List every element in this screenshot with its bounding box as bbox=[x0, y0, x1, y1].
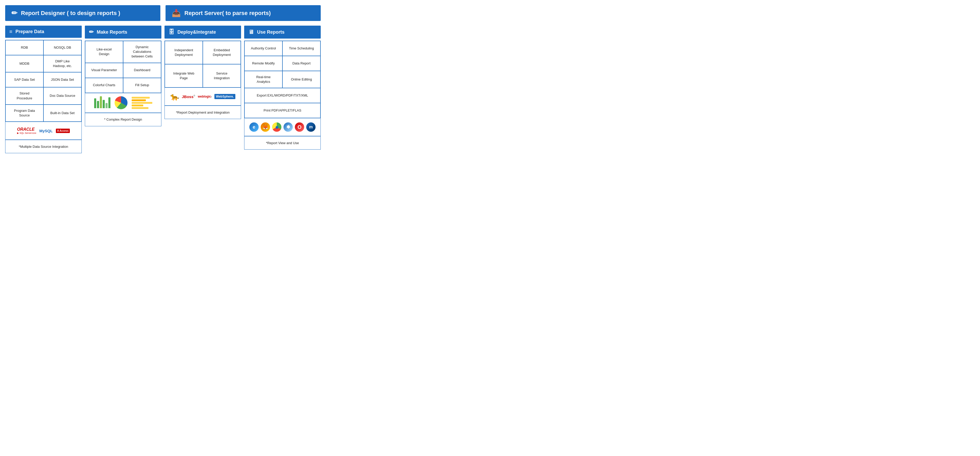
prepare-data-grid: RDB NOSQL DB MDDB DMP LikeHadoop, etc. S… bbox=[5, 40, 82, 122]
deploy-column: 🗄 Deploy&Integrate IndependentDeployment… bbox=[164, 26, 241, 153]
server-banner-label: Report Server( to parse reports) bbox=[185, 10, 271, 17]
feature-builtin: Built-in Data Set bbox=[43, 105, 81, 122]
feature-nosql: NOSQL DB bbox=[43, 40, 81, 55]
edit-icon: ✏ bbox=[89, 29, 94, 35]
browser-logos: e 🦊 ⬤ ✱ O m bbox=[244, 118, 321, 136]
access-logo: A Access bbox=[56, 129, 70, 133]
database-icon: 🗄 bbox=[169, 29, 174, 35]
feature-embedded: EmbeddedDeployment bbox=[203, 41, 241, 64]
use-reports-title: Use Reports bbox=[257, 30, 285, 35]
feature-dynamic-calc: DynamicCalculationsbetween Cells bbox=[123, 41, 161, 63]
deploy-header: 🗄 Deploy&Integrate bbox=[164, 26, 241, 38]
feature-doc-source: Doc Data Source bbox=[43, 87, 81, 104]
chrome-icon: ⬤ bbox=[272, 123, 282, 132]
pencil-icon: ✏ bbox=[11, 9, 18, 18]
feature-visual-param: Visual Parameter bbox=[85, 63, 123, 78]
monitor-icon: 🖥 bbox=[248, 29, 254, 35]
feature-integrate-web: Integrate WebPage bbox=[165, 64, 203, 88]
ie-icon: e bbox=[249, 123, 259, 132]
feature-print: Print PDF/APPLET/FLAS bbox=[244, 103, 320, 118]
feature-like-excel: Like-excelDesign bbox=[85, 41, 123, 63]
jboss-logo: JBoss® bbox=[182, 94, 195, 99]
feature-json: JSON Data Set bbox=[43, 72, 81, 87]
feature-data-report: Data Report bbox=[282, 56, 320, 71]
chart-preview-row bbox=[85, 93, 161, 113]
mysql-logo: MySQL bbox=[39, 129, 53, 133]
main-content: ≡ Prepare Data RDB NOSQL DB MDDB DMP Lik… bbox=[5, 26, 321, 153]
use-reports-grid: Authority Control Time Scheduling Remote… bbox=[244, 41, 321, 118]
use-reports-header: 🖥 Use Reports bbox=[244, 26, 321, 38]
feature-dmp: DMP LikeHadoop, etc. bbox=[43, 55, 81, 72]
use-reports-column: 🖥 Use Reports Authority Control Time Sch… bbox=[244, 26, 321, 153]
oracle-logo: ORACLE ▶ SQL Server2008 bbox=[17, 127, 36, 134]
feature-fill-setup: Fill Setup bbox=[123, 78, 161, 93]
leopard-icon: 🐆 bbox=[170, 92, 179, 101]
feature-dashboard: Dashboard bbox=[123, 63, 161, 78]
feature-sap: SAP Data Set bbox=[5, 72, 43, 87]
feature-export: Export EXL/WORD/PDF/TXT/XML bbox=[244, 88, 320, 103]
websphere-logo: WebSphere. bbox=[215, 94, 235, 99]
firefox-icon: 🦊 bbox=[261, 123, 270, 132]
pie-chart-preview bbox=[115, 96, 127, 109]
list-icon: ≡ bbox=[9, 29, 13, 35]
feature-rdb: RDB bbox=[5, 40, 43, 55]
server-icon: 📥 bbox=[172, 9, 181, 18]
feature-time-scheduling: Time Scheduling bbox=[282, 41, 320, 56]
bar-chart-preview bbox=[93, 96, 111, 109]
feature-authority: Authority Control bbox=[244, 41, 282, 56]
server-banner: 📥 Report Server( to parse reports) bbox=[165, 5, 321, 21]
make-reports-bottom: * Complex Report Design bbox=[85, 113, 161, 126]
safari-icon: ✱ bbox=[283, 123, 293, 132]
prepare-data-title: Prepare Data bbox=[16, 29, 44, 34]
prepare-data-logos: ORACLE ▶ SQL Server2008 MySQL A Access bbox=[5, 122, 82, 140]
feature-mddb: MDDB bbox=[5, 55, 43, 72]
maxthon-icon: m bbox=[306, 123, 315, 132]
use-reports-bottom: *Report View and Use bbox=[244, 136, 321, 150]
feature-remote-modify: Remote Modify bbox=[244, 56, 282, 71]
make-reports-column: ✏ Make Reports Like-excelDesign DynamicC… bbox=[85, 26, 161, 153]
make-reports-header: ✏ Make Reports bbox=[85, 26, 161, 38]
designer-banner: ✏ Report Designer ( to design reports ) bbox=[5, 5, 161, 21]
feature-program-source: Program DataSource bbox=[5, 105, 43, 122]
opera-icon: O bbox=[295, 123, 304, 132]
top-banners: ✏ Report Designer ( to design reports ) … bbox=[5, 5, 321, 21]
feature-stored-proc: StoredProcedure bbox=[5, 87, 43, 104]
designer-banner-label: Report Designer ( to design reports ) bbox=[21, 10, 120, 17]
feature-realtime: Real-timeAnalytics bbox=[244, 71, 282, 88]
prepare-data-bottom: *Multiple Data Source Integration bbox=[5, 140, 82, 153]
make-reports-grid: Like-excelDesign DynamicCalculationsbetw… bbox=[85, 41, 161, 93]
feature-independent: IndependentDeployment bbox=[165, 41, 203, 64]
deploy-logos: 🐆 JBoss® weblogicı WebSphere. bbox=[164, 88, 241, 105]
prepare-data-column: ≡ Prepare Data RDB NOSQL DB MDDB DMP Lik… bbox=[5, 26, 82, 153]
browser-icons-group: e 🦊 ⬤ ✱ O m bbox=[249, 123, 315, 132]
prepare-data-header: ≡ Prepare Data bbox=[5, 26, 82, 38]
deploy-grid: IndependentDeployment EmbeddedDeployment… bbox=[164, 41, 241, 88]
feature-service-integration: ServiceIntegration bbox=[203, 64, 241, 88]
feature-online-editing: Online Editing bbox=[282, 71, 320, 88]
deploy-bottom: *Report Deployment and Integration bbox=[164, 105, 241, 119]
weblogic-logo: weblogicı bbox=[198, 95, 212, 98]
feature-colorful-charts: Colorful Charts bbox=[85, 78, 123, 93]
deploy-title: Deploy&Integrate bbox=[177, 30, 216, 35]
make-reports-title: Make Reports bbox=[97, 30, 127, 35]
hbar-chart-preview bbox=[130, 96, 153, 110]
